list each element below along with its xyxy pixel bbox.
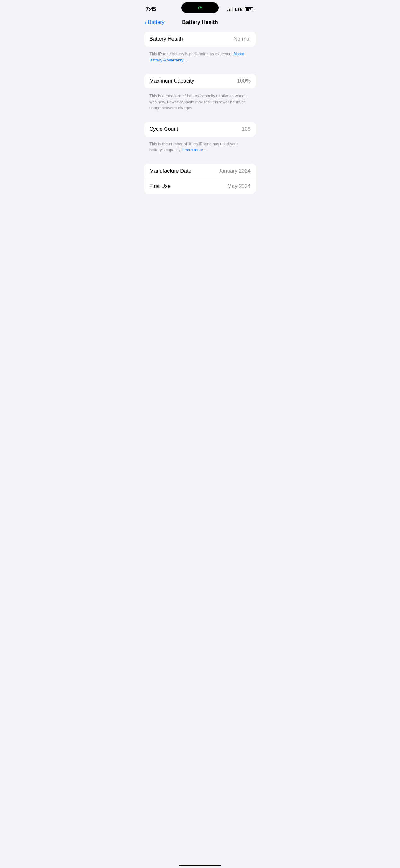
nav-bar: ‹ Battery Battery Health <box>139 17 261 29</box>
lte-label: LTE <box>235 7 243 12</box>
maximum-capacity-description: This is a measure of battery capacity re… <box>144 91 256 116</box>
signal-bar-1 <box>227 10 228 11</box>
battery-health-card: Battery Health Normal <box>144 32 256 46</box>
dates-section: Manufacture Date January 2024 First Use … <box>144 164 256 194</box>
status-bar: 7:45 ⟳ LTE 47 <box>139 0 261 17</box>
cycle-count-card: Cycle Count 108 <box>144 122 256 136</box>
cycle-count-value: 108 <box>242 126 251 132</box>
cycle-count-section: Cycle Count 108 This is the number of ti… <box>144 122 256 157</box>
battery-health-section: Battery Health Normal This iPhone batter… <box>144 32 256 67</box>
manufacture-date-label: Manufacture Date <box>149 168 191 174</box>
signal-bar-2 <box>229 9 230 11</box>
dynamic-island: ⟳ <box>181 2 219 13</box>
battery-body: 47 <box>245 7 253 11</box>
battery-tip <box>254 8 254 10</box>
maximum-capacity-desc-text: This is a measure of battery capacity re… <box>149 93 247 110</box>
battery-health-desc-text: This iPhone battery is performing as exp… <box>149 52 233 56</box>
content: Battery Health Normal This iPhone batter… <box>139 29 261 203</box>
manufacture-date-value: January 2024 <box>219 168 251 174</box>
cycle-count-row: Cycle Count 108 <box>144 122 256 136</box>
cycle-count-label: Cycle Count <box>149 126 178 132</box>
battery-health-description: This iPhone battery is performing as exp… <box>144 49 256 67</box>
back-label: Battery <box>148 19 165 26</box>
cycle-count-description: This is the number of times iPhone has u… <box>144 139 256 157</box>
signal-bar-4 <box>232 7 233 11</box>
battery-percent: 47 <box>247 7 251 12</box>
first-use-label: First Use <box>149 183 171 189</box>
signal-bars <box>227 7 233 11</box>
back-button[interactable]: ‹ Battery <box>144 19 165 26</box>
maximum-capacity-section: Maximum Capacity 100% This is a measure … <box>144 73 256 116</box>
maximum-capacity-card: Maximum Capacity 100% <box>144 73 256 89</box>
battery-health-value: Normal <box>233 36 251 42</box>
status-time: 7:45 <box>146 6 156 12</box>
battery-icon: 47 <box>245 7 254 11</box>
maximum-capacity-value: 100% <box>237 78 251 84</box>
dynamic-island-container: ⟳ <box>181 2 219 13</box>
dynamic-island-icon: ⟳ <box>198 5 202 11</box>
cycle-count-learn-more-link[interactable]: Learn more… <box>182 148 207 152</box>
maximum-capacity-row: Maximum Capacity 100% <box>144 73 256 89</box>
first-use-row: First Use May 2024 <box>144 179 256 194</box>
maximum-capacity-label: Maximum Capacity <box>149 78 194 84</box>
back-chevron-icon: ‹ <box>144 19 147 26</box>
status-right: LTE 47 <box>227 7 254 12</box>
battery-health-row: Battery Health Normal <box>144 32 256 46</box>
manufacture-date-row: Manufacture Date January 2024 <box>144 164 256 179</box>
signal-bar-3 <box>230 8 231 11</box>
page-title: Battery Health <box>182 19 218 26</box>
dates-card: Manufacture Date January 2024 First Use … <box>144 164 256 194</box>
first-use-value: May 2024 <box>227 183 251 189</box>
battery-health-label: Battery Health <box>149 36 183 42</box>
